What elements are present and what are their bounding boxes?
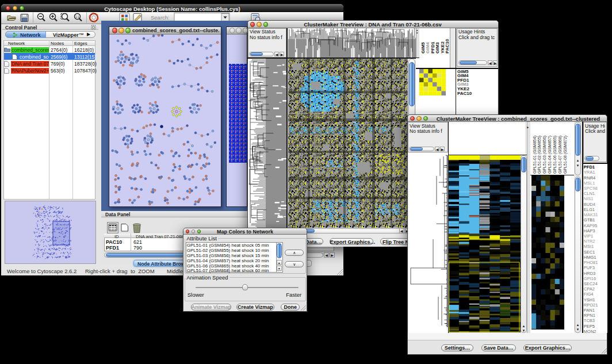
svg-text:Search:: Search: — [151, 14, 170, 21]
svg-text:1:1: 1:1 — [75, 16, 79, 18]
